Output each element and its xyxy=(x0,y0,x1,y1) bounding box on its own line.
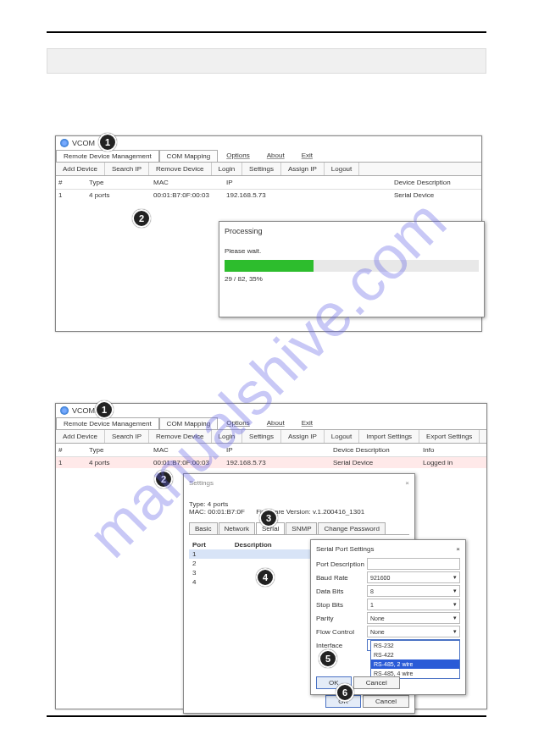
btn-login[interactable]: Login xyxy=(212,163,243,175)
screenshot-1: VCOM Remote Device Management COM Mappin… xyxy=(55,135,482,332)
cell-type: 4 ports xyxy=(86,190,151,200)
col-num: # xyxy=(56,178,86,187)
col-mac: MAC xyxy=(151,445,224,455)
tab-com-mapping[interactable]: COM Mapping xyxy=(159,150,219,162)
flowcontrol-select[interactable]: None▾ xyxy=(367,626,460,637)
btn-logout[interactable]: Logout xyxy=(325,163,359,175)
col-dd: Device Description xyxy=(391,178,481,187)
serial-port-settings-dialog: Serial Port Settings × Port Description … xyxy=(310,539,466,695)
close-icon[interactable]: × xyxy=(405,479,409,487)
btn-settings[interactable]: Settings xyxy=(242,163,281,175)
callout-6: 6 xyxy=(336,683,354,702)
btn-remove-device[interactable]: Remove Device xyxy=(149,430,211,443)
processing-status: 29 / 82, 35% xyxy=(225,275,479,283)
btn-settings[interactable]: Settings xyxy=(242,430,281,443)
btn-search-ip[interactable]: Search IP xyxy=(105,163,149,175)
databits-label: Data Bits xyxy=(316,588,367,595)
btn-import-settings[interactable]: Import Settings xyxy=(359,430,419,443)
col-port: Port xyxy=(189,540,231,549)
opt-rs422[interactable]: RS-422 xyxy=(371,650,459,659)
baud-label: Baud Rate xyxy=(316,574,367,582)
callout-2: 2 xyxy=(154,470,173,488)
col-desc: Description xyxy=(231,540,323,549)
tab-remote-device-mgmt[interactable]: Remote Device Management xyxy=(56,150,159,162)
col-info: Info xyxy=(420,445,476,455)
app-title: VCOM xyxy=(72,139,95,147)
btn-login[interactable]: Login xyxy=(212,430,243,443)
callout-3: 3 xyxy=(259,509,278,527)
tab-remote-device-mgmt[interactable]: Remote Device Management xyxy=(56,417,159,429)
btn-remove-device[interactable]: Remove Device xyxy=(149,163,211,175)
col-mac: MAC xyxy=(151,178,224,187)
cell-num: 1 xyxy=(56,458,86,467)
parity-label: Parity xyxy=(316,615,367,622)
cell-type: 4 ports xyxy=(86,458,151,467)
table-row[interactable]: 1 4 ports 00:01:B7:0F:00:03 192.168.5.73… xyxy=(56,457,486,468)
cell-dd: Serial Device xyxy=(330,458,420,467)
btn-search-ip[interactable]: Search IP xyxy=(105,430,149,443)
stopbits-label: Stop Bits xyxy=(316,601,367,609)
col-num: # xyxy=(56,445,86,455)
tab-snmp[interactable]: SNMP xyxy=(286,522,317,534)
mac-label: MAC: xyxy=(189,508,206,516)
col-dd: Device Description xyxy=(330,445,420,455)
tab-change-password[interactable]: Change Password xyxy=(318,522,385,534)
app-icon xyxy=(60,406,69,415)
table-row[interactable]: 1 4 ports 00:01:B7:0F:00:03 192.168.5.73… xyxy=(56,190,481,201)
port-desc-input[interactable] xyxy=(367,558,460,570)
page-header-band xyxy=(47,48,486,74)
callout-1: 1 xyxy=(95,400,114,419)
cell-num: 1 xyxy=(56,190,86,200)
fw-value: v.1.200416_1301 xyxy=(313,508,364,516)
callout-4: 4 xyxy=(256,568,275,587)
tab-network[interactable]: Network xyxy=(219,522,255,534)
menu-options[interactable]: Options xyxy=(218,150,258,162)
tab-com-mapping[interactable]: COM Mapping xyxy=(159,417,219,429)
opt-rs485-2w[interactable]: RS-485, 2 wire xyxy=(371,659,459,669)
cell-ip: 192.168.5.73 xyxy=(224,458,330,467)
callout-1: 1 xyxy=(98,133,117,152)
callout-5: 5 xyxy=(319,649,337,668)
btn-assign-ip[interactable]: Assign IP xyxy=(281,163,325,175)
btn-add-device[interactable]: Add Device xyxy=(56,163,105,175)
menu-options[interactable]: Options xyxy=(218,417,258,429)
cell-mac: 00:01:B7:0F:00:03 xyxy=(151,190,224,200)
col-type: Type xyxy=(86,178,151,187)
cell-info: Logged in xyxy=(420,458,476,467)
port-desc-label: Port Description xyxy=(316,560,367,568)
cell-ip: 192.168.5.73 xyxy=(224,190,330,200)
flowcontrol-label: Flow Control xyxy=(316,628,367,636)
app-icon xyxy=(60,139,69,147)
close-icon[interactable]: × xyxy=(456,545,460,553)
cell-dd: Serial Device xyxy=(391,190,481,200)
processing-dialog: Processing Please wait. 29 / 82, 35% xyxy=(219,221,485,317)
btn-export-settings[interactable]: Export Settings xyxy=(419,430,480,443)
menu-exit[interactable]: Exit xyxy=(293,417,321,429)
btn-logout[interactable]: Logout xyxy=(325,430,359,443)
stopbits-select[interactable]: 1▾ xyxy=(367,599,460,610)
menu-about[interactable]: About xyxy=(258,417,293,429)
baud-select[interactable]: 921600▾ xyxy=(367,571,460,583)
processing-title: Processing xyxy=(225,227,479,235)
btn-assign-ip[interactable]: Assign IP xyxy=(281,430,325,443)
cancel-button[interactable]: Cancel xyxy=(353,676,400,689)
interface-dropdown[interactable]: RS-232 RS-422 RS-485, 2 wire RS-485, 4 w… xyxy=(370,640,460,679)
opt-rs232[interactable]: RS-232 xyxy=(371,641,459,650)
col-ip: IP xyxy=(224,445,330,455)
col-type: Type xyxy=(86,445,151,455)
page-rule-bottom xyxy=(47,715,486,717)
btn-add-device[interactable]: Add Device xyxy=(56,430,105,443)
progress-bar xyxy=(225,260,479,272)
type-value: 4 ports xyxy=(208,500,228,508)
callout-2: 2 xyxy=(132,209,151,228)
cancel-button[interactable]: Cancel xyxy=(363,695,409,708)
menu-about[interactable]: About xyxy=(258,150,293,162)
tab-basic[interactable]: Basic xyxy=(189,522,218,534)
parity-select[interactable]: None▾ xyxy=(367,612,460,624)
menu-exit[interactable]: Exit xyxy=(293,150,321,162)
interface-label: Interface xyxy=(316,642,367,649)
databits-select[interactable]: 8▾ xyxy=(367,585,460,597)
cell-mac: 00:01:B7:0F:00:03 xyxy=(151,458,224,467)
mac-value: 00:01:B7:0F xyxy=(208,508,245,516)
type-label: Type: xyxy=(189,500,206,508)
